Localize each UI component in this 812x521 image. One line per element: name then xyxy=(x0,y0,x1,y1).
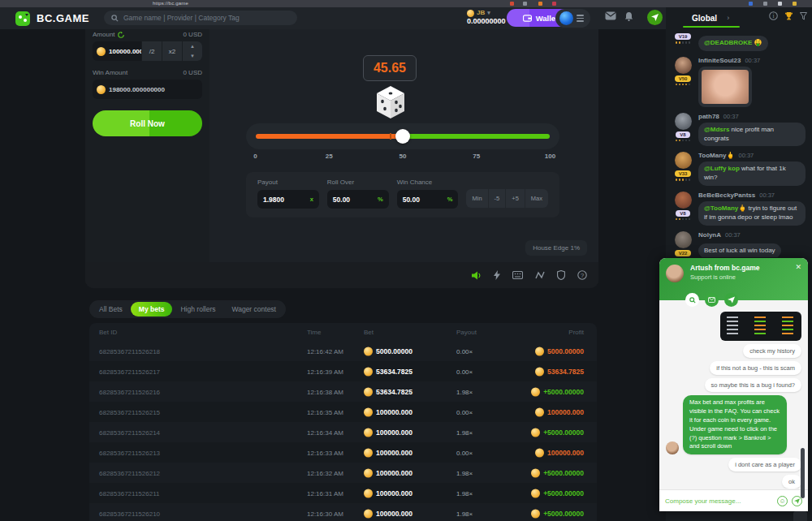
mention[interactable]: @TooMany🖕 xyxy=(704,205,746,212)
table-row[interactable]: 68285367211526211 12:16:31 AM 100000.000… xyxy=(89,483,597,503)
table-row[interactable]: 68285367211526216 12:16:38 AM 53634.7825… xyxy=(89,381,597,402)
help-icon[interactable]: ? xyxy=(577,270,587,280)
compose-input[interactable] xyxy=(665,497,773,505)
support-message-user: ok xyxy=(782,475,801,489)
support-telegram-button[interactable] xyxy=(724,293,738,307)
win-amount-usd: 0 USD xyxy=(183,69,202,76)
roll-over-input[interactable]: 50.00% xyxy=(327,190,389,209)
extension-icon[interactable] xyxy=(749,2,753,6)
minus5-button[interactable]: -5 xyxy=(488,189,506,208)
chevron-right-icon[interactable]: › xyxy=(727,14,729,22)
tab-high-rollers[interactable]: High rollers xyxy=(172,302,223,316)
half-bet-button[interactable]: /2 xyxy=(141,41,162,61)
chat-rules-icon[interactable]: i xyxy=(769,11,778,20)
refresh-icon[interactable] xyxy=(118,32,124,38)
min-button[interactable]: Min xyxy=(466,189,487,208)
tab-wager-contest[interactable]: Wager contest xyxy=(223,302,284,316)
chat-room-selector[interactable]: Global xyxy=(692,14,717,23)
close-icon[interactable]: ✕ xyxy=(795,263,801,271)
double-bet-button[interactable]: x2 xyxy=(162,41,182,61)
brand-logo[interactable]: BC.GAME xyxy=(15,11,89,27)
table-row[interactable]: 68285367211526217 12:16:39 AM 53634.7825… xyxy=(89,361,597,381)
table-row[interactable]: 68285367211526210 12:16:30 AM 100000.000… xyxy=(89,503,597,521)
avatar[interactable] xyxy=(675,57,692,74)
extension-icon[interactable] xyxy=(552,2,556,6)
extension-icon[interactable] xyxy=(763,2,767,6)
coin-icon xyxy=(531,387,540,396)
chat-image-crying-baby[interactable] xyxy=(698,67,752,107)
win-chance-input[interactable]: 50.00% xyxy=(397,190,459,209)
avatar[interactable] xyxy=(675,192,692,209)
amount-input[interactable]: 100000.00000000 xyxy=(93,41,141,61)
username[interactable]: path78 xyxy=(698,113,719,120)
avatar[interactable] xyxy=(675,152,692,169)
bell-icon xyxy=(624,11,633,21)
notifications-button[interactable] xyxy=(624,11,633,21)
coin-icon xyxy=(535,448,544,457)
coin-icon xyxy=(364,448,373,457)
attached-screenshot[interactable] xyxy=(720,312,801,341)
extension-icon[interactable] xyxy=(778,2,782,6)
bet-profit: 100000.000 xyxy=(535,448,584,457)
username[interactable]: TooMany🖕 xyxy=(698,152,735,159)
stats-icon[interactable] xyxy=(535,271,545,279)
support-email-button[interactable] xyxy=(705,293,719,307)
step-up-icon[interactable]: ▲ xyxy=(183,41,202,51)
plus5-button[interactable]: +5 xyxy=(505,189,525,208)
chat-message: V50 InfiniteSoul2300:37 xyxy=(672,57,806,107)
bet-multiplier: 1.98× xyxy=(456,469,473,476)
amount-stepper[interactable]: ▲▼ xyxy=(182,41,202,61)
roll-now-button[interactable]: Roll Now xyxy=(93,110,202,136)
table-row[interactable]: 68285367211526212 12:16:32 AM 100000.000… xyxy=(89,463,597,483)
search-bar[interactable]: Game name | Provider | Category Tag xyxy=(104,11,297,25)
sound-icon[interactable] xyxy=(472,271,482,280)
table-row[interactable]: 68285367211526215 12:16:35 AM 100000.000… xyxy=(89,402,597,422)
step-down-icon[interactable]: ▼ xyxy=(183,51,202,61)
bet-amount: 53634.7825 xyxy=(364,387,412,396)
mention[interactable]: @DEADBROKE xyxy=(704,39,752,46)
max-button[interactable]: Max xyxy=(525,189,548,208)
messages-button[interactable] xyxy=(605,11,616,20)
profile-menu[interactable] xyxy=(555,9,590,28)
username[interactable]: InfiniteSoul23 xyxy=(698,57,741,64)
level-dots xyxy=(676,84,691,86)
hotkeys-icon[interactable] xyxy=(512,271,523,279)
support-message-agent: Max bet and max profits are visible in t… xyxy=(683,395,787,454)
support-compose-bar: ☺ xyxy=(659,489,808,511)
username[interactable]: BeBeBeckyPantss xyxy=(698,192,755,199)
dice-icon xyxy=(374,84,408,120)
table-row[interactable]: 68285367211526218 12:16:42 AM 5000.00000… xyxy=(89,341,597,361)
level-dots xyxy=(676,140,691,142)
quick-bet-icon[interactable] xyxy=(494,270,500,280)
message-bubble: @DEADBROKE 🤑 xyxy=(698,36,768,51)
paper-plane-icon xyxy=(651,14,659,21)
trophy-icon[interactable] xyxy=(784,11,793,20)
username[interactable]: NolynA xyxy=(698,231,721,239)
fairness-icon[interactable] xyxy=(557,270,565,280)
payout-input[interactable]: 1.9800x xyxy=(257,190,319,209)
extension-icon[interactable] xyxy=(523,2,527,6)
extension-icon[interactable] xyxy=(793,2,797,6)
avatar[interactable] xyxy=(675,113,692,130)
mention[interactable]: @Mdsrs xyxy=(704,126,729,133)
emoji-icon[interactable]: ☺ xyxy=(777,496,788,506)
table-row[interactable]: 68285367211526213 12:16:33 AM 100000.000… xyxy=(89,442,597,463)
slider-track[interactable] xyxy=(256,134,550,139)
bet-profit: 53634.7825 xyxy=(535,367,584,376)
roll-slider[interactable] xyxy=(246,123,559,149)
tab-my-bets[interactable]: My bets xyxy=(131,302,173,316)
tab-all-bets[interactable]: All Bets xyxy=(91,302,131,316)
filter-icon[interactable] xyxy=(800,12,807,20)
bet-id: 68285367211526216 xyxy=(99,388,160,395)
scrollbar[interactable] xyxy=(801,448,805,498)
live-support-button[interactable] xyxy=(647,10,663,25)
mention[interactable]: @Luffy kop xyxy=(704,165,740,172)
balance-widget[interactable]: JB▾ 0.00000000 xyxy=(467,9,506,25)
table-row[interactable]: 68285367211526214 12:16:34 AM 100000.000… xyxy=(89,422,597,442)
extension-icon[interactable] xyxy=(510,2,514,6)
bet-time: 12:16:42 AM xyxy=(307,347,343,355)
support-search-button[interactable] xyxy=(685,293,699,307)
extension-icon[interactable] xyxy=(538,2,542,6)
avatar[interactable] xyxy=(675,231,692,248)
slider-knob[interactable] xyxy=(395,129,410,144)
